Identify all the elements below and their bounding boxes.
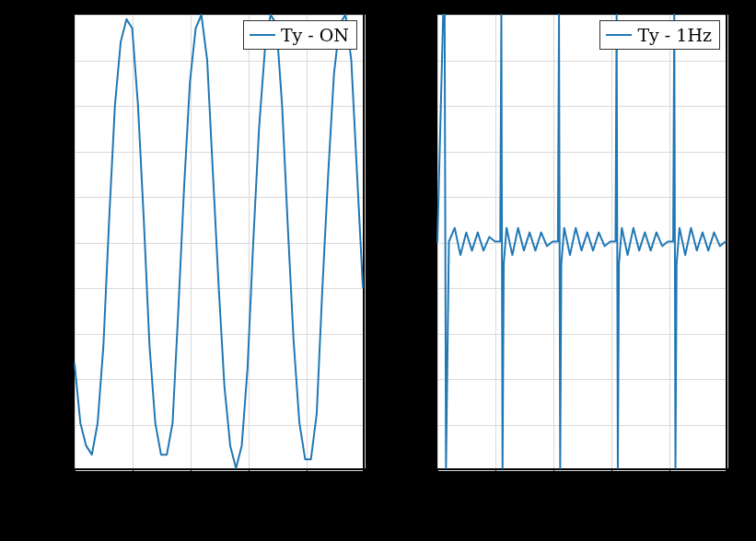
plot-area-right: Ty - 1Hz bbox=[436, 14, 727, 469]
ytick-label: -0.5 bbox=[34, 459, 68, 479]
ytick-label: 0.2 bbox=[403, 141, 431, 161]
ytick-label: -0.3 bbox=[34, 368, 68, 388]
tickmark-y bbox=[432, 15, 437, 16]
tickmark-y bbox=[69, 334, 75, 335]
tickmark-y bbox=[69, 61, 75, 62]
legend-swatch-right bbox=[606, 34, 632, 36]
tickmark-y bbox=[69, 106, 75, 107]
ytick-label: 0.3 bbox=[41, 95, 68, 115]
tickmark-y bbox=[69, 15, 75, 16]
tickmark-y bbox=[69, 470, 75, 471]
tickmark-y bbox=[432, 470, 437, 471]
chart-left: Ty - ON 00.20.40.60.81-0.5-0.4-0.3-0.2-0… bbox=[74, 14, 364, 469]
tickmark-y bbox=[432, 425, 437, 426]
ytick-label: 0.3 bbox=[403, 95, 431, 115]
xtick-label: 0.8 bbox=[655, 473, 682, 493]
tickmark-y bbox=[69, 152, 75, 153]
ytick-label: -0.2 bbox=[397, 323, 431, 343]
ytick-label: -0.2 bbox=[34, 323, 68, 343]
xlabel-right: Time [s] bbox=[538, 504, 625, 528]
legend-swatch-left bbox=[250, 34, 275, 36]
tickmark-y bbox=[432, 243, 437, 244]
gridline-h bbox=[437, 470, 726, 471]
ytick-label: 0.4 bbox=[403, 50, 431, 70]
series-right bbox=[437, 15, 726, 468]
ytick-label: -0.4 bbox=[397, 414, 431, 434]
xtick-label: 0.2 bbox=[481, 473, 508, 493]
legend-right: Ty - 1Hz bbox=[599, 20, 720, 50]
tickmark-y bbox=[432, 288, 437, 289]
xtick-label: 0.6 bbox=[234, 473, 262, 493]
xlabel-left: Time [s] bbox=[175, 504, 262, 528]
xtick-label: 1 bbox=[721, 473, 732, 493]
series-left bbox=[75, 15, 363, 468]
ylabel-right: Torque [Nm] bbox=[385, 162, 409, 299]
ytick-label: -0.5 bbox=[397, 459, 431, 479]
ytick-label: 0 bbox=[57, 232, 68, 252]
tickmark-y bbox=[69, 243, 75, 244]
xtick-label: 0.2 bbox=[118, 473, 145, 493]
ytick-label: 0.2 bbox=[41, 141, 68, 161]
ytick-label: 0.5 bbox=[403, 4, 431, 24]
gridline-h bbox=[75, 470, 363, 471]
ytick-label: 0.5 bbox=[41, 4, 68, 24]
chart-right: Ty - 1Hz 00.20.40.60.81-0.5-0.4-0.3-0.2-… bbox=[436, 14, 727, 469]
ylabel-left: Torque [Nm] bbox=[22, 162, 46, 299]
tickmark-y bbox=[432, 197, 437, 198]
ytick-label: -0.4 bbox=[34, 414, 68, 434]
plot-area-left: Ty - ON bbox=[74, 14, 364, 469]
legend-label-right: Ty - 1Hz bbox=[637, 25, 712, 45]
gridline-v bbox=[727, 15, 728, 468]
legend-label-left: Ty - ON bbox=[281, 25, 349, 45]
tickmark-y bbox=[69, 379, 75, 380]
tickmark-y bbox=[432, 152, 437, 153]
tickmark-y bbox=[69, 197, 75, 198]
tickmark-y bbox=[432, 334, 437, 335]
xtick-label: 1 bbox=[358, 473, 369, 493]
ytick-label: -0.3 bbox=[397, 368, 431, 388]
xtick-label: 0.4 bbox=[539, 473, 566, 493]
xtick-label: 0.4 bbox=[176, 473, 204, 493]
xtick-label: 0 bbox=[68, 473, 79, 493]
tickmark-y bbox=[432, 61, 437, 62]
tickmark-y bbox=[69, 425, 75, 426]
tickmark-y bbox=[432, 379, 437, 380]
legend-left: Ty - ON bbox=[243, 20, 357, 50]
ytick-label: 0 bbox=[420, 232, 431, 252]
tickmark-y bbox=[432, 106, 437, 107]
gridline-v bbox=[365, 15, 366, 468]
ytick-label: 0.4 bbox=[41, 50, 68, 70]
xtick-label: 0.6 bbox=[597, 473, 624, 493]
tickmark-y bbox=[69, 288, 75, 289]
xtick-label: 0 bbox=[431, 473, 442, 493]
xtick-label: 0.8 bbox=[292, 473, 320, 493]
